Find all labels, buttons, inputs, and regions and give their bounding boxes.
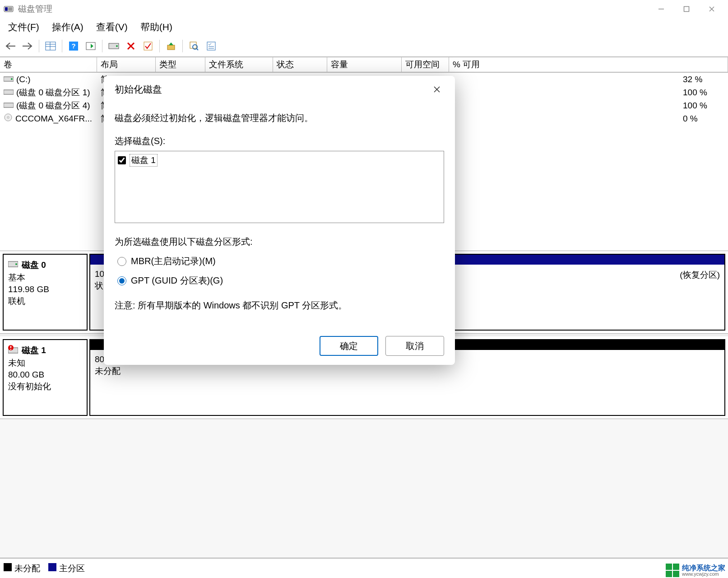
col-status[interactable]: 状态 [273,57,327,72]
col-pct[interactable]: % 可用 [449,57,728,72]
svg-rect-29 [4,103,14,107]
col-capacity[interactable]: 容量 [327,57,402,72]
disk-type: 基本 [8,272,82,284]
maximize-button[interactable] [674,0,699,18]
check-icon[interactable] [141,39,155,53]
disk-status: 没有初始化 [8,381,82,392]
svg-rect-36 [10,346,11,348]
toolbar-separator [182,40,183,52]
volume-name: (磁盘 0 磁盘分区 1) [16,87,90,98]
svg-rect-4 [684,7,689,12]
svg-rect-2 [8,7,12,11]
watermark-icon [666,564,679,577]
col-type[interactable]: 类型 [156,57,205,72]
svg-point-27 [11,78,13,80]
watermark: 纯净系统之家 www.ycwjzy.com [666,564,725,577]
delete-icon[interactable] [124,39,138,53]
disk-select-item[interactable]: 磁盘 1 [118,153,441,168]
svg-rect-28 [4,90,14,94]
disk-status: 联机 [8,295,82,307]
svg-text:?: ? [71,42,75,50]
svg-rect-37 [10,349,11,350]
minimize-button[interactable] [649,0,674,18]
legend-unallocated: 未分配 [4,563,40,574]
menu-help[interactable]: 帮助(H) [140,21,172,33]
volume-icon [4,75,14,84]
dialog-title: 初始化磁盘 [115,83,162,96]
disk-icon [8,260,18,270]
col-volume[interactable]: 卷 [0,57,97,72]
watermark-url: www.ycwjzy.com [682,572,725,577]
initialize-disk-dialog: 初始化磁盘 磁盘必须经过初始化，逻辑磁盘管理器才能访问。 选择磁盘(S): 磁盘… [104,76,455,365]
col-free[interactable]: 可用空间 [402,57,449,72]
menu-view[interactable]: 查看(V) [96,21,128,33]
forward-button[interactable] [21,39,34,53]
volume-name: CCCOMA_X64FR... [15,114,92,124]
search-icon[interactable] [187,39,201,53]
list-check-icon[interactable] [204,39,218,53]
volume-pct: 32 % [679,75,728,84]
svg-rect-1 [5,7,8,11]
radio-mbr-input[interactable] [117,257,126,266]
cancel-button[interactable]: 取消 [385,336,444,356]
menu-bar: 文件(F) 操作(A) 查看(V) 帮助(H) [0,18,728,37]
window-title: 磁盘管理 [18,3,649,15]
disk-select-label: 磁盘 1 [130,154,158,167]
ok-button[interactable]: 确定 [320,336,378,356]
disk-select-list[interactable]: 磁盘 1 [115,151,444,223]
radio-gpt[interactable]: GPT (GUID 分区表)(G) [117,275,444,287]
radio-mbr-label: MBR(主启动记录)(M) [131,255,216,267]
disc-icon [4,113,13,124]
window-controls [649,0,724,18]
svg-point-31 [7,117,9,118]
disk-size: 119.98 GB [8,284,82,294]
disk-icon[interactable] [107,39,121,53]
svg-point-15 [116,45,118,47]
help-icon[interactable]: ? [67,39,80,53]
toolbar-separator [39,40,39,52]
select-disks-label: 选择磁盘(S): [115,135,444,147]
volume-pct: 100 % [679,101,728,111]
refresh-icon[interactable] [84,39,97,53]
dialog-note: 注意: 所有早期版本的 Windows 都不识别 GPT 分区形式。 [115,299,444,312]
col-filesystem[interactable]: 文件系统 [205,57,273,72]
svg-point-33 [15,263,17,265]
watermark-name: 纯净系统之家 [682,564,725,572]
svg-line-22 [196,48,198,50]
dialog-intro: 磁盘必须经过初始化，逻辑磁盘管理器才能访问。 [115,112,444,124]
toolbar-separator [102,40,102,52]
svg-rect-23 [207,42,215,50]
disk-select-checkbox[interactable] [118,156,126,164]
disk-label: 磁盘 0 [22,259,46,271]
titlebar: 磁盘管理 [0,0,728,18]
partition-style-label: 为所选磁盘使用以下磁盘分区形式: [115,236,444,248]
volume-icon [4,88,14,98]
radio-gpt-label: GPT (GUID 分区表)(G) [131,275,223,287]
radio-mbr[interactable]: MBR(主启动记录)(M) [117,255,444,267]
svg-rect-7 [46,42,56,50]
toolbar-separator [159,40,160,52]
radio-gpt-input[interactable] [117,276,126,285]
disk-header: 磁盘 0 基本 119.98 GB 联机 [3,254,88,331]
app-icon [4,4,14,14]
col-layout[interactable]: 布局 [97,57,156,72]
disk-label: 磁盘 1 [22,345,46,356]
close-icon[interactable] [430,82,444,97]
toolbar: ? [0,37,728,57]
volume-pct: 100 % [679,88,728,98]
close-button[interactable] [699,0,724,18]
volume-name: (C:) [16,75,31,84]
volume-icon [4,101,14,111]
menu-file[interactable]: 文件(F) [8,21,39,33]
volume-pct: 0 % [679,114,728,124]
legend: 未分配 主分区 [0,558,728,578]
volume-name: (磁盘 0 磁盘分区 4) [16,100,90,112]
svg-rect-18 [144,42,152,50]
menu-action[interactable]: 操作(A) [52,21,83,33]
upload-icon[interactable] [164,39,178,53]
table-view-icon[interactable] [44,39,57,53]
disk-header: 磁盘 1 未知 80.00 GB 没有初始化 [3,339,88,416]
disk-type: 未知 [8,357,82,369]
disk-size: 80.00 GB [8,370,82,380]
back-button[interactable] [4,39,17,53]
